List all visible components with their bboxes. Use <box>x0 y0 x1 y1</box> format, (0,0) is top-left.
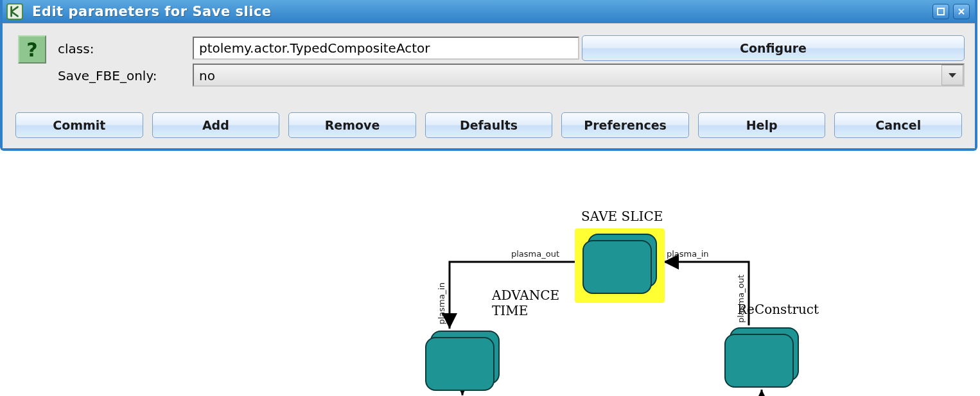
save-fbe-value: no <box>193 64 965 87</box>
add-button[interactable]: Add <box>152 112 280 138</box>
class-input[interactable] <box>193 37 579 60</box>
window-title: Edit parameters for Save slice <box>32 4 932 19</box>
reconstruct-actor[interactable] <box>723 327 807 392</box>
titlebar: Edit parameters for Save slice <box>3 0 975 23</box>
help-button[interactable]: Help <box>698 112 826 138</box>
maximize-icon <box>936 7 945 16</box>
preferences-button[interactable]: Preferences <box>561 112 689 138</box>
reconstruct-label: ReConstruct <box>737 302 819 317</box>
close-button[interactable] <box>953 4 970 19</box>
defaults-button[interactable]: Defaults <box>425 112 553 138</box>
close-icon <box>957 7 966 16</box>
app-icon <box>6 3 23 20</box>
svg-rect-0 <box>938 8 944 15</box>
remove-button[interactable]: Remove <box>288 112 416 138</box>
save-slice-actor[interactable] <box>575 228 665 303</box>
class-label: class: <box>58 40 193 56</box>
advance-time-actor[interactable] <box>424 331 507 395</box>
help-icon[interactable]: ? <box>18 35 46 64</box>
window-controls <box>932 4 970 19</box>
dialog-button-row: Commit Add Remove Defaults Preferences H… <box>13 112 965 138</box>
port-plasma-in-advance: plasma_in <box>437 282 446 325</box>
commit-button[interactable]: Commit <box>15 112 143 138</box>
advance-time-label: ADVANCE TIME <box>492 288 559 318</box>
port-plasma-in-right: plasma_in <box>667 249 709 259</box>
port-plasma-out-left: plasma_out <box>511 249 559 259</box>
cancel-button[interactable]: Cancel <box>834 112 962 138</box>
dialog-body: ? class: Configure Save_FBE_only: no Com… <box>3 23 975 148</box>
configure-button[interactable]: Configure <box>582 35 965 61</box>
save-fbe-label: Save_FBE_only: <box>58 67 193 83</box>
save-slice-label: SAVE SLICE <box>581 209 663 224</box>
save-fbe-select[interactable]: no <box>193 64 965 87</box>
edit-parameters-dialog: Edit parameters for Save slice ? class: … <box>0 0 977 151</box>
workflow-diagram: SAVE SLICE plasma_out plasma_in ADVANCE … <box>0 199 980 396</box>
maximize-button[interactable] <box>932 4 949 19</box>
port-plasma-out-reconstruct: plasma_out <box>736 275 746 323</box>
chevron-down-icon <box>941 65 963 85</box>
